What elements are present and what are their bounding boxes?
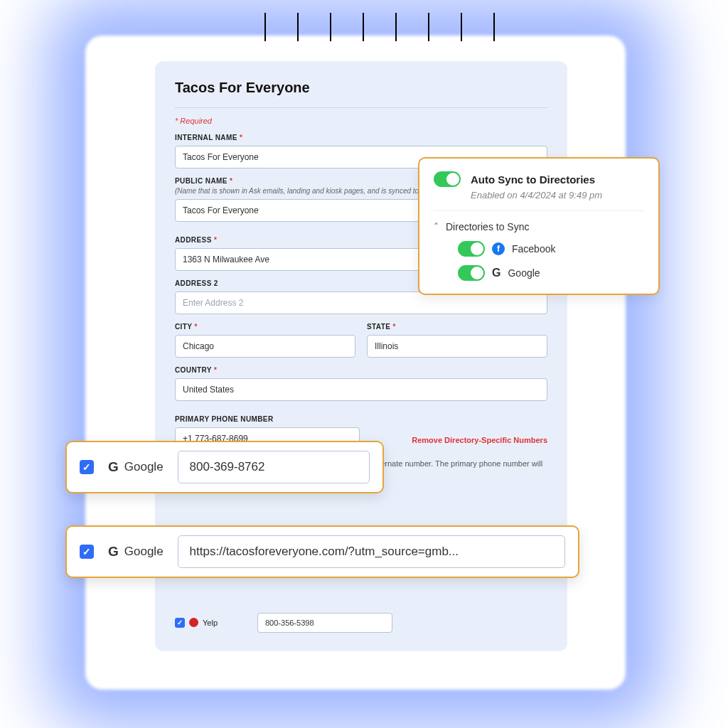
google-checkbox[interactable]: ✓ [80, 545, 94, 559]
country-label: COUNTRY * [175, 366, 547, 374]
required-note: * Required [175, 117, 547, 125]
google-sync-toggle[interactable] [458, 265, 485, 281]
divider [175, 107, 547, 108]
yelp-label: Yelp [203, 619, 218, 627]
country-input[interactable]: United States [175, 378, 547, 401]
google-phone-chip: ✓ G Google 800-369-8762 [65, 441, 384, 493]
sync-item-facebook: f Facebook [458, 241, 644, 257]
divider [434, 210, 644, 211]
directories-to-sync-header[interactable]: ˄ Directories to Sync [434, 221, 644, 232]
yelp-checkbox[interactable]: ✓ [175, 618, 185, 628]
google-url-chip: ✓ G Google https://tacosforeveryone.com/… [65, 525, 579, 578]
auto-sync-toggle[interactable] [434, 171, 461, 187]
facebook-sync-toggle[interactable] [458, 241, 485, 257]
yelp-icon [189, 618, 198, 627]
bg-ticks [249, 13, 547, 41]
yelp-number-input[interactable]: 800-356-5398 [257, 613, 392, 633]
state-input[interactable]: Illinois [367, 335, 547, 358]
auto-sync-panel: Auto Sync to Directories Enabled on 4/4/… [418, 157, 660, 295]
internal-name-label: INTERNAL NAME * [175, 134, 547, 141]
facebook-icon: f [492, 242, 505, 255]
auto-sync-title: Auto Sync to Directories [471, 173, 595, 186]
google-label: Google [124, 460, 164, 474]
auto-sync-subtitle: Enabled on 4/4/2024 at 9:49 pm [471, 190, 644, 200]
yelp-number-row: ✓ Yelp 800-356-5398 [175, 613, 547, 633]
sync-item-google: G Google [458, 265, 644, 281]
remove-directory-numbers-link[interactable]: Remove Directory-Specific Numbers [412, 436, 547, 444]
city-label: CITY * [175, 323, 355, 331]
google-checkbox[interactable]: ✓ [80, 460, 94, 474]
chevron-up-icon: ˄ [434, 221, 439, 232]
google-icon: G [108, 544, 119, 560]
google-label: Google [124, 545, 164, 559]
google-url-input[interactable]: https://tacosforeveryone.com/?utm_source… [178, 535, 565, 568]
google-icon: G [108, 459, 119, 475]
page-title: Tacos For Everyone [175, 80, 547, 96]
state-label: STATE * [367, 323, 547, 331]
city-input[interactable]: Chicago [175, 335, 355, 358]
phone-label: PRIMARY PHONE NUMBER [175, 415, 547, 423]
google-icon: G [492, 267, 500, 279]
google-phone-input[interactable]: 800-369-8762 [178, 451, 370, 483]
